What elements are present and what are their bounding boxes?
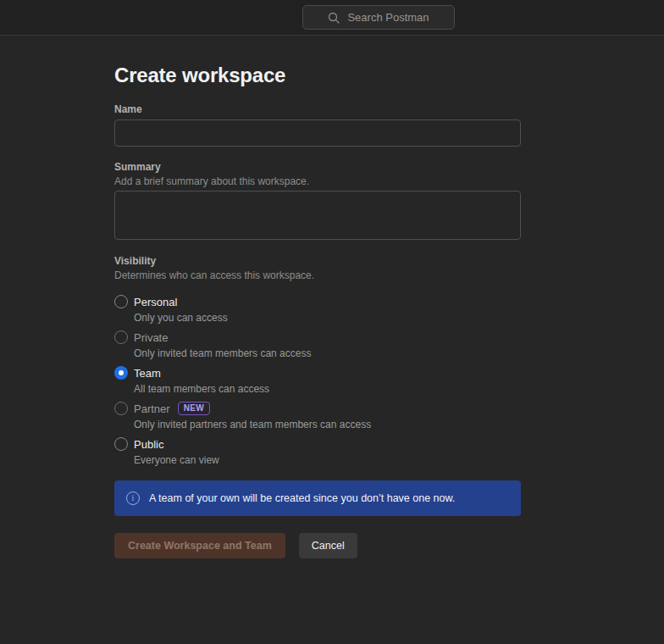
create-workspace-and-team-button[interactable]: Create Workspace and Team xyxy=(114,533,285,558)
option-label: Team xyxy=(134,367,161,380)
radio-private[interactable] xyxy=(114,330,128,344)
option-description: Everyone can view xyxy=(134,453,521,467)
info-banner: i A team of your own will be created sin… xyxy=(114,480,521,516)
info-icon: i xyxy=(126,491,140,505)
visibility-option-partner: Partner NEW Only invited partners and te… xyxy=(114,401,521,431)
new-badge: NEW xyxy=(178,402,211,415)
visibility-options: Personal Only you can access Private Onl… xyxy=(114,294,521,467)
visibility-option-personal: Personal Only you can access xyxy=(114,294,521,325)
radio-personal[interactable] xyxy=(114,295,128,308)
search-icon xyxy=(328,12,340,24)
info-banner-text: A team of your own will be created since… xyxy=(149,492,455,504)
visibility-option-private: Private Only invited team members can ac… xyxy=(114,330,521,360)
visibility-help: Determines who can access this workspace… xyxy=(114,269,521,282)
radio-public[interactable] xyxy=(114,437,128,451)
option-label: Public xyxy=(134,438,163,451)
radio-partner[interactable] xyxy=(114,402,128,415)
search-input[interactable]: Search Postman xyxy=(302,5,455,30)
name-input[interactable] xyxy=(114,119,521,147)
option-description: Only invited team members can access xyxy=(134,347,521,360)
name-label: Name xyxy=(114,103,521,116)
create-workspace-form: Create workspace Name Summary Add a brie… xyxy=(0,65,521,558)
visibility-option-public: Public Everyone can view xyxy=(114,436,521,467)
option-description: All team members can access xyxy=(134,382,521,396)
visibility-label: Visibility xyxy=(114,254,521,268)
top-bar: Search Postman xyxy=(0,0,664,36)
option-label: Personal xyxy=(134,296,177,308)
form-actions: Create Workspace and Team Cancel xyxy=(114,533,521,558)
summary-input[interactable] xyxy=(114,191,521,240)
option-label: Partner xyxy=(134,402,170,415)
option-description: Only you can access xyxy=(134,311,521,325)
visibility-option-team: Team All team members can access xyxy=(114,365,521,396)
option-description: Only invited partners and team members c… xyxy=(134,418,521,431)
search-placeholder: Search Postman xyxy=(347,11,429,24)
cancel-button[interactable]: Cancel xyxy=(299,533,357,558)
radio-team[interactable] xyxy=(114,366,128,380)
page-title: Create workspace xyxy=(114,65,521,86)
summary-help: Add a brief summary about this workspace… xyxy=(114,175,521,188)
option-label: Private xyxy=(134,331,168,344)
summary-label: Summary xyxy=(114,160,521,174)
